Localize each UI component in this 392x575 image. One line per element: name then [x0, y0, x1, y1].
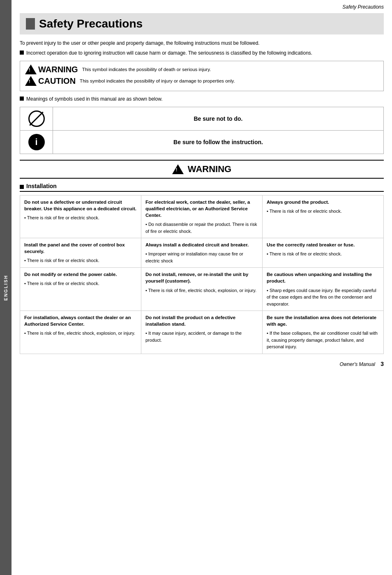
- symbol-row-2: i Be sure to follow the instruction.: [20, 131, 383, 154]
- safety-cell-header-11: Be sure the installation area does not d…: [267, 314, 379, 327]
- no-do-text: Be sure not to do.: [53, 107, 383, 130]
- caution-desc: This symbol indicates the possibility of…: [80, 78, 235, 83]
- footer: Owner's Manual 3: [20, 361, 384, 367]
- meanings-label: Meanings of symbols used in this manual …: [26, 95, 163, 103]
- safety-cell-header-10: Do not install the product on a defectiv…: [145, 314, 258, 327]
- warning-banner-triangle-icon: [172, 164, 184, 174]
- safety-cell-8: Be cautious when unpacking and installin…: [263, 268, 384, 311]
- safety-cell-body-5: • There is risk of fire or electric shoc…: [267, 251, 379, 258]
- warning-label: WARNING: [38, 65, 78, 74]
- safety-cell-9: For installation, always contact the dea…: [20, 311, 141, 354]
- safety-cell-0: Do not use a defective or underrated cir…: [20, 196, 141, 238]
- safety-cell-body-10: • It may cause injury, accident, or dama…: [145, 330, 258, 343]
- safety-cell-body-2: • There is risk of fire or electric shoc…: [267, 208, 379, 215]
- safety-cell-header-4: Always install a dedicated circuit and b…: [145, 242, 258, 248]
- intro-paragraph: To prevent injury to the user or other p…: [20, 39, 384, 47]
- footer-text: Owner's Manual: [340, 361, 375, 367]
- intro-bullet: Incorrect operation due to ignoring inst…: [20, 49, 384, 57]
- info-circle-icon: i: [28, 134, 45, 150]
- caution-row: CAUTION This symbol indicates the possib…: [25, 76, 378, 86]
- warning-row: WARNING This symbol indicates the possib…: [25, 64, 378, 74]
- safety-cell-header-5: Use the correctly rated breaker or fuse.: [267, 242, 379, 248]
- warning-triangle-icon: [25, 64, 37, 74]
- safety-cell-body-11: • If the base collapses, the air conditi…: [267, 330, 379, 350]
- safety-cell-10: Do not install the product on a defectiv…: [141, 311, 263, 354]
- symbols-box: WARNING This symbol indicates the possib…: [20, 61, 384, 91]
- info-icon-cell: i: [20, 131, 53, 154]
- safety-cell-header-0: Do not use a defective or underrated cir…: [24, 199, 137, 212]
- side-tab-label: ENGLISH: [3, 275, 8, 301]
- warning-banner: WARNING: [20, 160, 384, 179]
- bullet-icon: [20, 51, 24, 55]
- installation-bullet-icon: [20, 185, 24, 189]
- meanings-bullet-icon: [20, 97, 24, 101]
- warning-badge: WARNING: [25, 64, 78, 74]
- follow-instruction-text: Be sure to follow the instruction.: [53, 131, 383, 154]
- safety-cell-5: Use the correctly rated breaker or fuse.…: [263, 238, 384, 268]
- safety-grid: Do not use a defective or underrated cir…: [20, 195, 384, 354]
- caution-label: CAUTION: [38, 76, 76, 86]
- safety-cell-body-6: • There is risk of fire or electric shoc…: [24, 280, 137, 287]
- page-title-block: Safety Precautions: [20, 13, 384, 34]
- safety-cell-3: Install the panel and the cover of contr…: [20, 238, 141, 268]
- safety-cell-header-3: Install the panel and the cover of contr…: [24, 242, 137, 255]
- safety-cell-body-0: • There is risk of fire or electric shoc…: [24, 214, 137, 221]
- circle-slash-icon: [28, 110, 45, 127]
- safety-cell-header-7: Do not install, remove, or re-install th…: [145, 271, 258, 284]
- safety-cell-header-2: Always ground the product.: [267, 199, 379, 205]
- no-do-icon-cell: [20, 107, 53, 130]
- safety-cell-header-1: For electrical work, contact the dealer,…: [145, 199, 258, 218]
- warning-banner-text: WARNING: [188, 164, 231, 175]
- safety-cell-body-8: • Sharp edges could cause injury. Be esp…: [267, 287, 379, 308]
- safety-cell-body-3: • There is risk of fire or electric shoc…: [24, 257, 137, 264]
- caution-badge: CAUTION: [25, 76, 76, 86]
- safety-cell-body-9: • There is risk of fire, electric shock,…: [24, 330, 137, 337]
- safety-cell-body-7: • There is risk of fire, electric shock,…: [145, 287, 258, 294]
- symbol-row-1: Be sure not to do.: [20, 107, 383, 131]
- safety-cell-body-4: • Improper wiring or installation may ca…: [145, 251, 258, 264]
- installation-section-header: Installation: [20, 183, 384, 192]
- safety-cell-header-9: For installation, always contact the dea…: [24, 314, 137, 327]
- safety-cell-4: Always install a dedicated circuit and b…: [141, 238, 263, 268]
- safety-cell-1: For electrical work, contact the dealer,…: [141, 196, 263, 238]
- title-icon-box: [26, 18, 35, 30]
- installation-label: Installation: [26, 183, 57, 189]
- safety-cell-6: Do not modify or extend the power cable.…: [20, 268, 141, 311]
- page-title: Safety Precautions: [39, 17, 143, 30]
- safety-cell-2: Always ground the product.• There is ris…: [263, 196, 384, 238]
- symbol-table: Be sure not to do. i Be sure to follow t…: [20, 107, 384, 154]
- warning-desc: This symbol indicates the possibility of…: [82, 67, 211, 72]
- meanings-bullet: Meanings of symbols used in this manual …: [20, 95, 384, 103]
- header-title: Safety Precautions: [20, 4, 384, 10]
- safety-cell-7: Do not install, remove, or re-install th…: [141, 268, 263, 311]
- footer-page: 3: [380, 361, 384, 367]
- side-tab: ENGLISH: [0, 0, 12, 575]
- safety-cell-header-8: Be cautious when unpacking and installin…: [267, 271, 379, 284]
- intro-bullet-text: Incorrect operation due to ignoring inst…: [26, 49, 312, 57]
- caution-triangle-icon: [25, 76, 37, 86]
- safety-cell-11: Be sure the installation area does not d…: [263, 311, 384, 354]
- safety-cell-body-1: • Do not disassemble or repair the produ…: [145, 221, 258, 235]
- safety-cell-header-6: Do not modify or extend the power cable.: [24, 271, 137, 278]
